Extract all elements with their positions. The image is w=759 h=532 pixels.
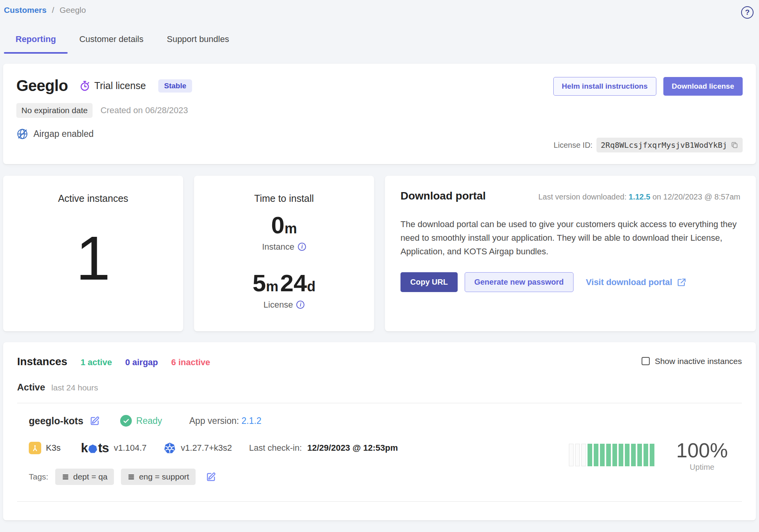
instance-name: geeglo-kots xyxy=(29,415,83,427)
tag-pill: eng = support xyxy=(121,469,196,485)
breadcrumb-separator: / xyxy=(52,5,54,14)
uptime-bar-empty xyxy=(575,444,580,466)
download-portal-card: Download portal Last version downloaded:… xyxy=(385,176,756,331)
instance-status-label: Ready xyxy=(136,416,162,426)
customer-name: Geeglo xyxy=(16,77,68,94)
instance-time-value: 0 xyxy=(271,212,284,238)
instance-time-label: Instance xyxy=(262,242,294,252)
instance-time-unit: m xyxy=(285,220,297,236)
uptime-bar-up xyxy=(588,444,592,466)
uptime-bar-up xyxy=(600,444,605,466)
app-version-label: App version: xyxy=(189,416,239,426)
active-section-subtitle: last 24 hours xyxy=(51,383,98,392)
last-version-link[interactable]: 1.12.5 xyxy=(629,192,651,201)
uptime-bar-empty xyxy=(581,444,586,466)
instance-row: geeglo-kots Ready App ve xyxy=(17,403,742,485)
inactive-count[interactable]: 6 inactive xyxy=(171,357,210,368)
app-version-link[interactable]: 2.1.2 xyxy=(241,416,261,426)
customer-summary-card: Geeglo Trial license Stable No expiratio… xyxy=(3,64,756,164)
airgap-count[interactable]: 0 airgap xyxy=(125,357,158,368)
download-license-button[interactable]: Download license xyxy=(663,77,743,96)
tab-bar: Reporting Customer details Support bundl… xyxy=(3,29,756,54)
last-version-label: Last version downloaded: xyxy=(538,192,626,201)
airgap-globe-icon xyxy=(16,128,28,140)
kots-logo: kts xyxy=(81,441,109,455)
help-icon[interactable]: ? xyxy=(741,6,754,19)
helm-install-instructions-button[interactable]: Helm install instructions xyxy=(553,77,656,96)
copy-icon[interactable] xyxy=(731,141,738,149)
uptime-value: 100% xyxy=(676,439,728,462)
instance-info-icon[interactable]: i xyxy=(298,243,306,251)
k3s-icon xyxy=(29,442,41,454)
uptime-label: Uptime xyxy=(676,463,728,472)
download-portal-title: Download portal xyxy=(400,190,486,202)
license-info-icon[interactable]: i xyxy=(296,301,304,309)
stats-row: Active instances 1 Time to install 0m In… xyxy=(3,176,756,331)
customer-summary-left: Geeglo Trial license Stable No expiratio… xyxy=(16,77,192,152)
license-id-value: 2Rq8WLcsjfxqrMysjvB1WodYkBj xyxy=(601,140,727,150)
active-count[interactable]: 1 active xyxy=(80,357,112,368)
copy-url-button[interactable]: Copy URL xyxy=(400,272,458,292)
kots-version: v1.104.7 xyxy=(114,443,147,453)
breadcrumb-customers-link[interactable]: Customers xyxy=(4,5,47,14)
instances-card: Instances 1 active 0 airgap 6 inactive S… xyxy=(3,342,756,520)
license-id-label: License ID: xyxy=(554,141,593,150)
customer-summary-right: Helm install instructions Download licen… xyxy=(553,77,743,152)
tab-support-bundles[interactable]: Support bundles xyxy=(155,29,241,54)
license-time-value-1: 5 xyxy=(253,270,266,296)
uptime-bar-up xyxy=(619,444,623,466)
tab-reporting[interactable]: Reporting xyxy=(4,29,68,54)
visit-download-portal-label: Visit download portal xyxy=(586,277,672,287)
license-type: Trial license xyxy=(79,80,146,92)
kots-logo-ts: ts xyxy=(98,441,108,455)
airgap-label: Airgap enabled xyxy=(33,129,94,139)
kots-logo-k: k xyxy=(81,441,87,455)
instance-status: Ready xyxy=(120,415,162,427)
edit-tags-icon[interactable] xyxy=(206,472,216,482)
divider xyxy=(17,501,742,502)
uptime-bar-up xyxy=(625,444,630,466)
breadcrumb: Customers / Geeglo xyxy=(4,5,86,15)
license-time-value-2: 24 xyxy=(280,270,307,296)
time-to-install-card: Time to install 0m Instance i 5m 24d xyxy=(194,176,374,331)
license-time-label: License xyxy=(264,300,293,310)
uptime-bar-up xyxy=(644,444,648,466)
license-time-unit-2: d xyxy=(307,278,315,294)
show-inactive-label: Show inactive instances xyxy=(655,357,742,366)
breadcrumb-current: Geeglo xyxy=(59,5,86,14)
generate-new-password-button[interactable]: Generate new password xyxy=(465,272,574,292)
last-version-date: on 12/20/2023 @ 8:57am xyxy=(652,192,740,201)
expiration-badge: No expiration date xyxy=(16,103,93,118)
k8s-version: v1.27.7+k3s2 xyxy=(181,443,232,453)
visit-download-portal-link[interactable]: Visit download portal xyxy=(586,277,686,287)
show-inactive-checkbox[interactable] xyxy=(642,357,650,365)
time-to-install-title: Time to install xyxy=(254,193,314,204)
uptime-bar-up xyxy=(612,444,617,466)
uptime-bar-up xyxy=(631,444,636,466)
tag-lines-icon xyxy=(128,473,135,481)
top-bar: Customers / Geeglo ? xyxy=(3,5,756,19)
edit-instance-name-icon[interactable] xyxy=(89,416,100,426)
active-instances-card: Active instances 1 xyxy=(3,176,183,331)
tag-pill: dept = qa xyxy=(55,469,114,485)
external-link-icon xyxy=(677,278,686,287)
license-type-label: Trial license xyxy=(94,80,146,91)
channel-badge: Stable xyxy=(158,79,192,93)
tags-label: Tags: xyxy=(29,472,48,481)
uptime-bar-up xyxy=(594,444,598,466)
uptime-bar-up xyxy=(650,444,654,466)
tab-customer-details[interactable]: Customer details xyxy=(68,29,155,54)
uptime-bar-empty xyxy=(569,444,574,466)
tag-text: eng = support xyxy=(139,472,189,481)
last-version-downloaded: Last version downloaded: 1.12.5 on 12/20… xyxy=(538,192,740,201)
tag-lines-icon xyxy=(62,473,69,481)
uptime-bars xyxy=(569,444,654,466)
last-checkin-label: Last check-in: xyxy=(249,443,302,453)
uptime-section: 100% Uptime xyxy=(569,425,738,485)
check-circle-icon xyxy=(120,415,132,427)
kubernetes-icon xyxy=(164,442,176,454)
license-id-pill: 2Rq8WLcsjfxqrMysjvB1WodYkBj xyxy=(596,138,743,152)
uptime-bar-up xyxy=(606,444,611,466)
active-instances-value: 1 xyxy=(76,204,110,320)
instance-time-group: 0m Instance i xyxy=(253,211,316,252)
